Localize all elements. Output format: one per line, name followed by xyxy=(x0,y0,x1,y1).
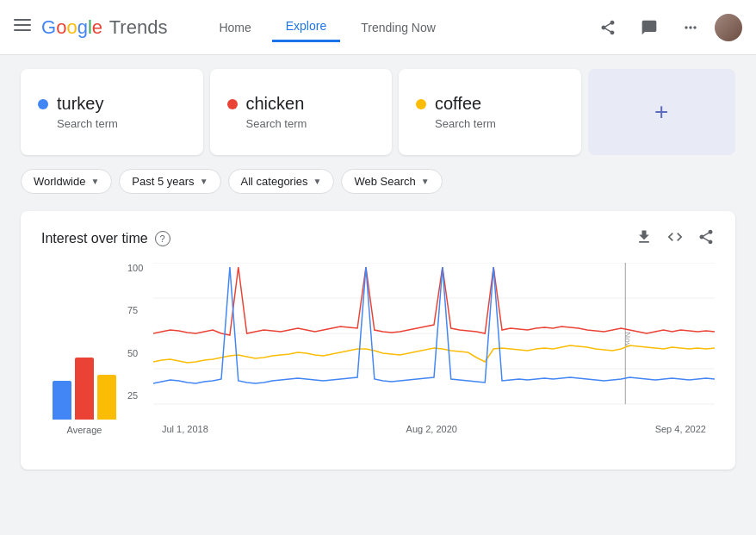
coffee-dot xyxy=(416,99,426,109)
chart-actions xyxy=(635,228,715,249)
region-label: Worldwide xyxy=(34,175,85,188)
x-label-2022: Sep 4, 2022 xyxy=(655,424,706,434)
logo-google-text: Google xyxy=(41,16,102,39)
header-right xyxy=(591,10,742,45)
search-term-coffee[interactable]: coffee Search term xyxy=(399,69,581,155)
svg-text:Nov: Nov xyxy=(623,332,633,347)
line-chart-svg: Nov xyxy=(153,263,715,405)
logo-trends-text: Trends xyxy=(104,16,167,39)
y-label-25: 25 xyxy=(127,390,152,401)
apps-icon[interactable] xyxy=(673,10,708,45)
period-filter[interactable]: Past 5 years ▼ xyxy=(119,169,220,194)
svg-rect-1 xyxy=(14,24,31,26)
chicken-name: chicken xyxy=(246,94,305,114)
avg-label: Average xyxy=(67,425,102,435)
header: Google Trends Home Explore Trending Now xyxy=(0,0,756,55)
turkey-dot xyxy=(38,99,48,109)
search-term-chicken[interactable]: chicken Search term xyxy=(210,69,393,155)
search-type-filter[interactable]: Web Search ▼ xyxy=(341,169,442,194)
period-label: Past 5 years xyxy=(132,175,194,188)
chart-container: Average 100 75 50 25 xyxy=(41,263,715,452)
x-label-2020: Aug 2, 2020 xyxy=(406,424,457,434)
category-label: All categories xyxy=(241,175,308,188)
help-icon[interactable]: ? xyxy=(155,231,170,246)
share-chart-icon[interactable] xyxy=(697,228,715,249)
download-icon[interactable] xyxy=(635,228,653,249)
y-axis-labels: 100 75 50 25 xyxy=(127,263,152,401)
coffee-avg-bar xyxy=(97,375,116,420)
y-label-100: 100 xyxy=(127,263,152,273)
search-term-turkey[interactable]: turkey Search term xyxy=(21,69,203,155)
logo: Google Trends xyxy=(41,16,167,39)
embed-icon[interactable] xyxy=(666,228,684,249)
chart-title: Interest over time xyxy=(41,231,148,246)
region-filter[interactable]: Worldwide ▼ xyxy=(21,169,112,194)
turkey-header: turkey xyxy=(38,94,186,114)
line-chart-area: 100 75 50 25 Nov xyxy=(127,263,715,422)
nav-explore[interactable]: Explore xyxy=(272,12,340,42)
chart-right-panel: 100 75 50 25 Nov xyxy=(127,263,715,452)
share-icon[interactable] xyxy=(591,10,625,45)
period-chevron: ▼ xyxy=(200,177,208,186)
turkey-name: turkey xyxy=(57,94,103,114)
chart-left-panel: Average xyxy=(41,263,127,452)
search-type-chevron: ▼ xyxy=(421,177,430,186)
chicken-avg-bar xyxy=(75,358,94,420)
main-content: turkey Search term chicken Search term c… xyxy=(0,55,756,483)
nav-trending[interactable]: Trending Now xyxy=(347,14,449,41)
add-icon: + xyxy=(654,98,668,126)
chicken-header: chicken xyxy=(227,94,375,114)
menu-icon[interactable] xyxy=(14,16,31,38)
category-chevron: ▼ xyxy=(313,177,322,186)
y-label-75: 75 xyxy=(127,305,152,315)
nav: Home Explore Trending Now xyxy=(205,12,449,42)
turkey-avg-bar xyxy=(53,381,71,420)
filter-row: Worldwide ▼ Past 5 years ▼ All categorie… xyxy=(21,169,735,194)
svg-rect-0 xyxy=(14,19,31,21)
chart-card: Interest over time ? xyxy=(21,211,735,470)
x-axis-labels: Jul 1, 2018 Aug 2, 2020 Sep 4, 2022 xyxy=(153,424,715,434)
turkey-type: Search term xyxy=(57,117,186,130)
avatar[interactable] xyxy=(715,14,742,41)
nav-home[interactable]: Home xyxy=(205,14,264,41)
chicken-dot xyxy=(227,99,238,109)
messages-icon[interactable] xyxy=(632,10,666,45)
search-terms-row: turkey Search term chicken Search term c… xyxy=(21,69,735,155)
coffee-type: Search term xyxy=(435,117,564,130)
search-type-label: Web Search xyxy=(354,175,415,188)
avatar-image xyxy=(715,14,742,41)
category-filter[interactable]: All categories ▼ xyxy=(228,169,335,194)
header-left: Google Trends Home Explore Trending Now xyxy=(14,12,449,42)
coffee-name: coffee xyxy=(435,94,481,114)
y-label-50: 50 xyxy=(127,348,152,358)
add-term-button[interactable]: + xyxy=(588,69,736,155)
chicken-type: Search term xyxy=(246,117,375,130)
region-chevron: ▼ xyxy=(90,177,99,186)
chart-header: Interest over time ? xyxy=(41,228,715,249)
x-label-2018: Jul 1, 2018 xyxy=(162,424,208,434)
average-bar-chart xyxy=(53,333,116,420)
svg-rect-2 xyxy=(14,29,31,31)
coffee-header: coffee xyxy=(416,94,564,114)
